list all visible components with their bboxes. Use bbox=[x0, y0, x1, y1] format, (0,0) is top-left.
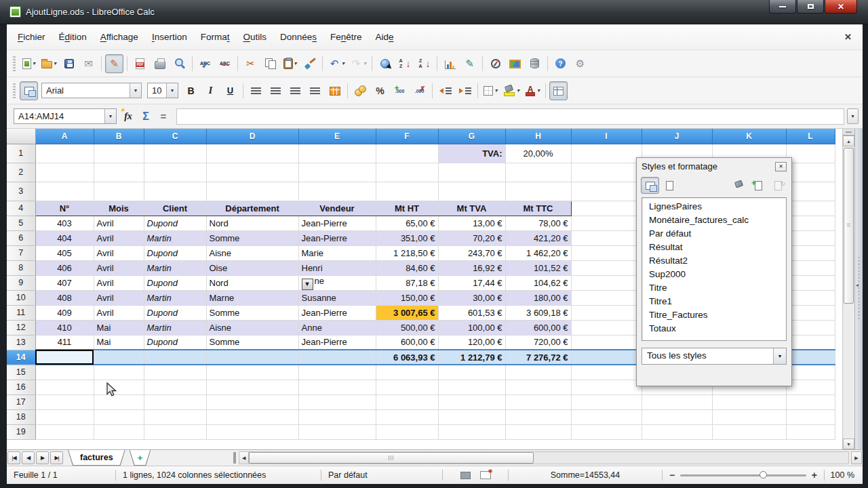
cell-i4[interactable] bbox=[571, 201, 642, 216]
styles-filter-combo[interactable]: Tous les styles ▾ bbox=[642, 348, 787, 365]
font-name-combo-dropdown-icon[interactable]: ▾ bbox=[130, 83, 141, 98]
cell-g17[interactable] bbox=[438, 394, 505, 409]
tab-area-splitter[interactable] bbox=[233, 452, 236, 464]
cell-h1[interactable]: 20,00% bbox=[505, 144, 571, 163]
cell-a2[interactable] bbox=[35, 163, 94, 182]
style-item-titrefactures[interactable]: Titre_Factures bbox=[642, 308, 786, 322]
add-sheet-button[interactable]: + bbox=[130, 450, 151, 466]
menu-fichier[interactable]: Fichier bbox=[11, 28, 52, 45]
name-box[interactable]: A14:AMJ14 ▾ bbox=[14, 108, 117, 124]
scroll-down-icon[interactable]: ▼ bbox=[843, 439, 854, 449]
cell-b19[interactable] bbox=[94, 424, 144, 439]
print-preview-button[interactable] bbox=[170, 54, 189, 73]
cell-c4[interactable]: Client bbox=[144, 201, 206, 216]
cell-l7[interactable] bbox=[786, 245, 835, 260]
cell-e14[interactable] bbox=[298, 350, 376, 365]
cell-h2[interactable] bbox=[505, 163, 571, 182]
close-document-icon[interactable]: ✕ bbox=[837, 32, 859, 42]
cell-g12[interactable]: 100,00 € bbox=[438, 320, 505, 335]
style-item-resultat2[interactable]: Résultat2 bbox=[642, 254, 786, 268]
decrease-indent-button[interactable] bbox=[436, 81, 454, 100]
panel-title-bar[interactable]: Styles et formatage ✕ bbox=[637, 158, 791, 175]
edit-mode-button[interactable]: ✎ bbox=[105, 54, 123, 73]
gallery-button[interactable] bbox=[506, 54, 524, 73]
background-color-button[interactable]: ▾ bbox=[501, 81, 521, 100]
maximize-button[interactable] bbox=[797, 0, 824, 14]
row-header-18[interactable]: 18 bbox=[7, 409, 35, 424]
cell-a9[interactable]: 407 bbox=[35, 275, 94, 290]
update-style-button[interactable] bbox=[769, 177, 787, 194]
menu-donnees[interactable]: Données bbox=[273, 28, 323, 45]
cell-e11[interactable]: Jean-Pierre bbox=[298, 305, 376, 320]
cell-a16[interactable] bbox=[35, 380, 94, 394]
cell-d7[interactable]: Aisne bbox=[206, 245, 298, 260]
help-button[interactable] bbox=[551, 54, 570, 73]
delete-decimal-button[interactable] bbox=[410, 81, 429, 100]
cell-l15[interactable] bbox=[786, 365, 835, 380]
cell-l17[interactable] bbox=[786, 394, 835, 409]
horizontal-scroll-thumb[interactable] bbox=[249, 452, 534, 464]
hyperlink-button[interactable] bbox=[376, 54, 394, 73]
cell-l1[interactable] bbox=[786, 144, 835, 163]
cell-g18[interactable] bbox=[438, 409, 505, 424]
cell-g1[interactable]: TVA: bbox=[438, 144, 505, 163]
cell-f16[interactable] bbox=[376, 380, 438, 394]
italic-button[interactable]: I bbox=[201, 81, 220, 100]
row-header-3[interactable]: 3 bbox=[7, 182, 35, 201]
cell-c3[interactable] bbox=[144, 182, 206, 201]
cell-e18[interactable] bbox=[298, 409, 376, 424]
cell-f4[interactable]: Mt HT bbox=[376, 201, 438, 216]
redo-button[interactable]: ↷▾ bbox=[348, 54, 368, 73]
sum-status[interactable]: Somme=14553,44 bbox=[509, 470, 662, 480]
cell-b9[interactable]: Avril bbox=[94, 275, 144, 290]
row-header-9[interactable]: 9 bbox=[7, 275, 35, 290]
selection-status[interactable]: 1 lignes, 1024 colonnes sélectionnées bbox=[116, 470, 321, 480]
cell-k18[interactable] bbox=[712, 409, 786, 424]
cell-b7[interactable]: Avril bbox=[94, 245, 144, 260]
formula-button[interactable]: = bbox=[155, 108, 172, 125]
menu-affichage[interactable]: Affichage bbox=[94, 28, 145, 45]
row-header-8[interactable]: 8 bbox=[7, 260, 35, 275]
email-button[interactable]: ✉ bbox=[79, 54, 98, 73]
open-button[interactable]: ▾ bbox=[39, 54, 58, 73]
cell-c6[interactable]: Martin bbox=[144, 230, 206, 245]
cell-h7[interactable]: 1 462,20 € bbox=[505, 245, 571, 260]
row-header-6[interactable]: 6 bbox=[7, 230, 35, 245]
dropdown-arrow-icon[interactable]: ▾ bbox=[494, 87, 497, 94]
cell-f9[interactable]: 87,18 € bbox=[376, 275, 438, 290]
row-header-2[interactable]: 2 bbox=[7, 163, 35, 182]
cell-b8[interactable]: Avril bbox=[94, 260, 144, 275]
cell-b4[interactable]: Mois bbox=[94, 201, 144, 216]
cell-g4[interactable]: Mt TVA bbox=[438, 201, 505, 216]
zoom-percentage[interactable]: 100 % bbox=[825, 470, 863, 480]
cell-d5[interactable]: Nord bbox=[206, 216, 298, 230]
cell-f10[interactable]: 150,00 € bbox=[376, 290, 438, 305]
menu-format[interactable]: Format bbox=[194, 28, 237, 45]
cell-i9[interactable] bbox=[571, 275, 642, 290]
selection-mode-icon[interactable] bbox=[480, 471, 491, 479]
cell-g7[interactable]: 243,70 € bbox=[438, 245, 505, 260]
insert-chart-button[interactable] bbox=[441, 54, 459, 73]
cell-c5[interactable]: Dupond bbox=[144, 216, 206, 230]
style-item-lignespaires[interactable]: LignesPaires bbox=[642, 200, 786, 214]
scroll-up-icon[interactable]: ▲ bbox=[843, 136, 854, 146]
cell-f3[interactable] bbox=[376, 182, 438, 201]
cell-i18[interactable] bbox=[571, 409, 642, 424]
column-header-a[interactable]: A bbox=[35, 129, 94, 144]
style-item-monetairefacturescalc[interactable]: Monétaire_factures_calc bbox=[642, 214, 786, 227]
copy-button[interactable] bbox=[261, 54, 279, 73]
merge-cells-button[interactable] bbox=[326, 81, 344, 100]
cell-f11[interactable]: 3 007,65 € bbox=[376, 305, 438, 320]
cell-i17[interactable] bbox=[571, 394, 642, 409]
cell-a8[interactable]: 406 bbox=[35, 260, 94, 275]
dropdown-arrow-icon[interactable]: ▾ bbox=[54, 60, 56, 66]
column-header-f[interactable]: F bbox=[376, 129, 438, 144]
zoom-slider[interactable]: − + bbox=[663, 470, 824, 481]
page-style-status[interactable]: Par défaut bbox=[321, 470, 442, 480]
cell-h11[interactable]: 3 609,18 € bbox=[505, 305, 571, 320]
cell-i10[interactable] bbox=[571, 290, 642, 305]
cell-f13[interactable]: 600,00 € bbox=[376, 335, 438, 350]
menu-aide[interactable]: Aide bbox=[369, 28, 401, 45]
underline-button[interactable]: U bbox=[221, 81, 239, 100]
cell-a13[interactable]: 411 bbox=[35, 335, 94, 350]
